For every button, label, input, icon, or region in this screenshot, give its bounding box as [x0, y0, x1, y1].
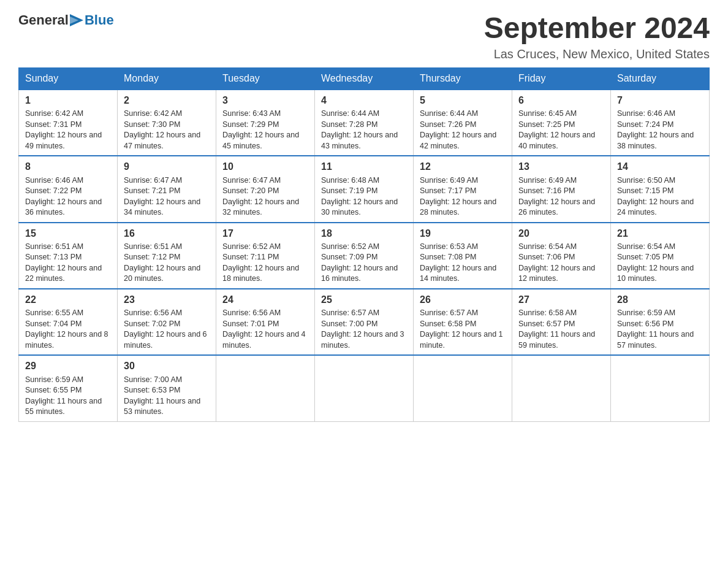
- calendar-cell: 16Sunrise: 6:51 AM Sunset: 7:12 PM Dayli…: [118, 223, 216, 289]
- calendar-cell: 7Sunrise: 6:46 AM Sunset: 7:24 PM Daylig…: [611, 90, 710, 156]
- calendar-table: SundayMondayTuesdayWednesdayThursdayFrid…: [18, 67, 710, 422]
- calendar-cell: 20Sunrise: 6:54 AM Sunset: 7:06 PM Dayli…: [512, 223, 611, 289]
- day-number: 12: [420, 160, 506, 174]
- day-number: 30: [124, 359, 210, 373]
- calendar-cell: 9Sunrise: 6:47 AM Sunset: 7:21 PM Daylig…: [118, 156, 216, 222]
- logo-blue-part: Blue: [69, 12, 114, 28]
- calendar-cell: 4Sunrise: 6:44 AM Sunset: 7:28 PM Daylig…: [315, 90, 414, 156]
- calendar-header-row: SundayMondayTuesdayWednesdayThursdayFrid…: [19, 67, 710, 90]
- day-info: Sunrise: 6:58 AM Sunset: 6:57 PM Dayligh…: [518, 308, 604, 351]
- day-number: 16: [124, 227, 210, 240]
- calendar-cell: 8Sunrise: 6:46 AM Sunset: 7:22 PM Daylig…: [19, 156, 118, 222]
- day-info: Sunrise: 6:54 AM Sunset: 7:05 PM Dayligh…: [617, 242, 703, 285]
- day-info: Sunrise: 6:51 AM Sunset: 7:13 PM Dayligh…: [25, 242, 111, 285]
- calendar-cell: 27Sunrise: 6:58 AM Sunset: 6:57 PM Dayli…: [512, 289, 611, 355]
- calendar-cell: 24Sunrise: 6:56 AM Sunset: 7:01 PM Dayli…: [216, 289, 315, 355]
- day-number: 27: [518, 293, 604, 307]
- day-info: Sunrise: 6:46 AM Sunset: 7:24 PM Dayligh…: [617, 109, 703, 151]
- week-row-3: 15Sunrise: 6:51 AM Sunset: 7:13 PM Dayli…: [19, 223, 710, 289]
- calendar-cell: 23Sunrise: 6:56 AM Sunset: 7:02 PM Dayli…: [118, 289, 216, 355]
- day-info: Sunrise: 6:47 AM Sunset: 7:21 PM Dayligh…: [124, 175, 210, 218]
- day-number: 6: [518, 94, 604, 107]
- calendar-cell: 22Sunrise: 6:55 AM Sunset: 7:04 PM Dayli…: [19, 289, 118, 355]
- day-number: 14: [617, 160, 703, 174]
- day-number: 10: [222, 160, 308, 174]
- logo-text: General Blue: [18, 12, 114, 28]
- week-row-1: 1Sunrise: 6:42 AM Sunset: 7:31 PM Daylig…: [19, 90, 710, 156]
- day-info: Sunrise: 6:52 AM Sunset: 7:09 PM Dayligh…: [321, 242, 407, 285]
- calendar-cell: 28Sunrise: 6:59 AM Sunset: 6:56 PM Dayli…: [611, 289, 710, 355]
- day-number: 15: [25, 227, 111, 240]
- day-header-saturday: Saturday: [611, 67, 710, 90]
- calendar-cell: 17Sunrise: 6:52 AM Sunset: 7:11 PM Dayli…: [216, 223, 315, 289]
- day-info: Sunrise: 6:42 AM Sunset: 7:30 PM Dayligh…: [124, 109, 210, 151]
- calendar-cell: 19Sunrise: 6:53 AM Sunset: 7:08 PM Dayli…: [414, 223, 512, 289]
- day-header-friday: Friday: [512, 67, 611, 90]
- day-info: Sunrise: 6:49 AM Sunset: 7:17 PM Dayligh…: [420, 175, 506, 218]
- logo: General Blue: [18, 12, 114, 28]
- day-number: 5: [420, 94, 506, 107]
- day-number: 11: [321, 160, 407, 174]
- day-info: Sunrise: 6:45 AM Sunset: 7:25 PM Dayligh…: [518, 109, 604, 151]
- calendar-cell: 2Sunrise: 6:42 AM Sunset: 7:30 PM Daylig…: [118, 90, 216, 156]
- calendar-cell: 14Sunrise: 6:50 AM Sunset: 7:15 PM Dayli…: [611, 156, 710, 222]
- location-subtitle: Las Cruces, New Mexico, United States: [484, 47, 710, 61]
- day-number: 4: [321, 94, 407, 107]
- day-number: 28: [617, 293, 703, 307]
- day-header-sunday: Sunday: [19, 67, 118, 90]
- day-number: 2: [124, 94, 210, 107]
- logo-arrow-icon: [70, 14, 83, 26]
- calendar-cell: 5Sunrise: 6:44 AM Sunset: 7:26 PM Daylig…: [414, 90, 512, 156]
- day-info: Sunrise: 6:56 AM Sunset: 7:01 PM Dayligh…: [222, 308, 308, 351]
- day-info: Sunrise: 6:57 AM Sunset: 6:58 PM Dayligh…: [420, 308, 506, 351]
- week-row-2: 8Sunrise: 6:46 AM Sunset: 7:22 PM Daylig…: [19, 156, 710, 222]
- logo-general: General: [18, 12, 69, 28]
- calendar-cell: 13Sunrise: 6:49 AM Sunset: 7:16 PM Dayli…: [512, 156, 611, 222]
- day-header-wednesday: Wednesday: [315, 67, 414, 90]
- day-info: Sunrise: 6:54 AM Sunset: 7:06 PM Dayligh…: [518, 242, 604, 285]
- calendar-cell: 26Sunrise: 6:57 AM Sunset: 6:58 PM Dayli…: [414, 289, 512, 355]
- title-area: September 2024 Las Cruces, New Mexico, U…: [484, 12, 710, 61]
- day-number: 13: [518, 160, 604, 174]
- day-info: Sunrise: 6:59 AM Sunset: 6:55 PM Dayligh…: [25, 375, 111, 418]
- day-info: Sunrise: 6:48 AM Sunset: 7:19 PM Dayligh…: [321, 175, 407, 218]
- day-number: 7: [617, 94, 703, 107]
- day-info: Sunrise: 6:43 AM Sunset: 7:29 PM Dayligh…: [222, 109, 308, 151]
- day-info: Sunrise: 6:57 AM Sunset: 7:00 PM Dayligh…: [321, 308, 407, 351]
- calendar-title: September 2024: [484, 12, 710, 45]
- day-number: 9: [124, 160, 210, 174]
- day-number: 25: [321, 293, 407, 307]
- logo-blue-text: Blue: [85, 12, 114, 28]
- calendar-cell: [315, 355, 414, 421]
- calendar-cell: [414, 355, 512, 421]
- day-info: Sunrise: 6:56 AM Sunset: 7:02 PM Dayligh…: [124, 308, 210, 351]
- week-row-4: 22Sunrise: 6:55 AM Sunset: 7:04 PM Dayli…: [19, 289, 710, 355]
- day-number: 19: [420, 227, 506, 240]
- day-info: Sunrise: 6:44 AM Sunset: 7:26 PM Dayligh…: [420, 109, 506, 151]
- day-info: Sunrise: 6:44 AM Sunset: 7:28 PM Dayligh…: [321, 109, 407, 151]
- day-info: Sunrise: 6:53 AM Sunset: 7:08 PM Dayligh…: [420, 242, 506, 285]
- day-info: Sunrise: 6:47 AM Sunset: 7:20 PM Dayligh…: [222, 175, 308, 218]
- calendar-cell: 21Sunrise: 6:54 AM Sunset: 7:05 PM Dayli…: [611, 223, 710, 289]
- day-info: Sunrise: 6:52 AM Sunset: 7:11 PM Dayligh…: [222, 242, 308, 285]
- calendar-cell: 25Sunrise: 6:57 AM Sunset: 7:00 PM Dayli…: [315, 289, 414, 355]
- calendar-cell: [512, 355, 611, 421]
- day-info: Sunrise: 6:46 AM Sunset: 7:22 PM Dayligh…: [25, 175, 111, 218]
- day-number: 26: [420, 293, 506, 307]
- day-number: 21: [617, 227, 703, 240]
- calendar-cell: 29Sunrise: 6:59 AM Sunset: 6:55 PM Dayli…: [19, 355, 118, 421]
- day-header-monday: Monday: [118, 67, 216, 90]
- day-number: 8: [25, 160, 111, 174]
- day-info: Sunrise: 6:59 AM Sunset: 6:56 PM Dayligh…: [617, 308, 703, 351]
- calendar-cell: 30Sunrise: 7:00 AM Sunset: 6:53 PM Dayli…: [118, 355, 216, 421]
- day-number: 20: [518, 227, 604, 240]
- calendar-cell: 12Sunrise: 6:49 AM Sunset: 7:17 PM Dayli…: [414, 156, 512, 222]
- day-number: 18: [321, 227, 407, 240]
- day-number: 3: [222, 94, 308, 107]
- day-number: 24: [222, 293, 308, 307]
- day-header-tuesday: Tuesday: [216, 67, 315, 90]
- day-info: Sunrise: 6:50 AM Sunset: 7:15 PM Dayligh…: [617, 175, 703, 218]
- calendar-cell: [611, 355, 710, 421]
- calendar-cell: 15Sunrise: 6:51 AM Sunset: 7:13 PM Dayli…: [19, 223, 118, 289]
- day-info: Sunrise: 6:55 AM Sunset: 7:04 PM Dayligh…: [25, 308, 111, 351]
